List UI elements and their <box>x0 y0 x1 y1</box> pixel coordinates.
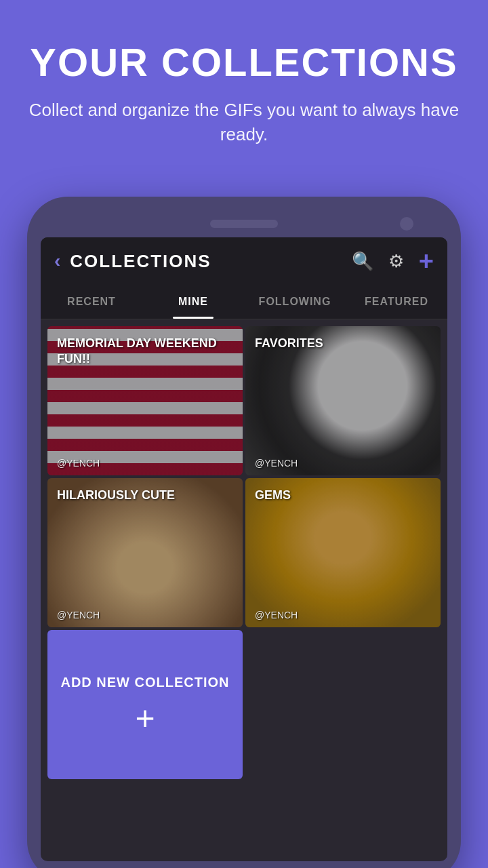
back-button[interactable]: ‹ <box>54 250 60 272</box>
app-header: ‹ COLLECTIONS 🔍 ⚙ + <box>41 237 447 285</box>
hero-subtitle: Collect and organize the GIFs you want t… <box>27 98 461 147</box>
phone-top-bar <box>41 210 447 237</box>
collection-card-hilariously-cute[interactable]: HILARIOUSLY CUTE @YENCH <box>47 478 243 627</box>
collection-card-memorial-day[interactable]: MEMORIAL DAY WEEKEND FUN!! @YENCH <box>47 326 243 475</box>
tabs-bar: RECENT MINE FOLLOWING FEATURED <box>41 285 447 319</box>
collection-title: HILARIOUSLY CUTE <box>57 488 175 503</box>
collections-grid: MEMORIAL DAY WEEKEND FUN!! @YENCH FAVORI… <box>41 319 447 786</box>
collection-title: GEMS <box>255 488 291 503</box>
header-icons: 🔍 ⚙ + <box>352 247 434 276</box>
add-new-collection-button[interactable]: ADD NEW COLLECTION + <box>47 630 243 779</box>
tab-featured[interactable]: FEATURED <box>346 285 447 319</box>
collection-title: MEMORIAL DAY WEEKEND FUN!! <box>57 336 243 368</box>
search-icon[interactable]: 🔍 <box>352 251 373 272</box>
collection-user: @YENCH <box>57 610 100 620</box>
tab-recent[interactable]: RECENT <box>41 285 142 319</box>
add-new-collection-label: ADD NEW COLLECTION <box>60 675 229 690</box>
phone-speaker <box>210 220 278 228</box>
phone-camera <box>400 217 413 231</box>
collection-user: @YENCH <box>255 458 298 469</box>
collection-user: @YENCH <box>255 610 298 620</box>
collection-title: FAVORITES <box>255 336 323 351</box>
collection-user: @YENCH <box>57 458 100 469</box>
hero-section: YOUR COLLECTIONS Collect and organize th… <box>0 0 488 167</box>
hero-title: YOUR COLLECTIONS <box>27 41 461 84</box>
tab-mine[interactable]: MINE <box>142 285 244 319</box>
app-header-title: COLLECTIONS <box>70 251 351 272</box>
add-collection-header-button[interactable]: + <box>419 247 434 276</box>
tab-following[interactable]: FOLLOWING <box>244 285 346 319</box>
gear-icon[interactable]: ⚙ <box>388 251 404 272</box>
collection-card-favorites[interactable]: FAVORITES @YENCH <box>245 326 441 475</box>
phone-mockup: ‹ COLLECTIONS 🔍 ⚙ + RECENT MINE FOLLOWIN… <box>27 197 461 868</box>
phone-screen: ‹ COLLECTIONS 🔍 ⚙ + RECENT MINE FOLLOWIN… <box>41 237 447 861</box>
add-new-collection-plus-icon: + <box>135 701 155 735</box>
collection-card-gems[interactable]: GEMS @YENCH <box>245 478 441 627</box>
